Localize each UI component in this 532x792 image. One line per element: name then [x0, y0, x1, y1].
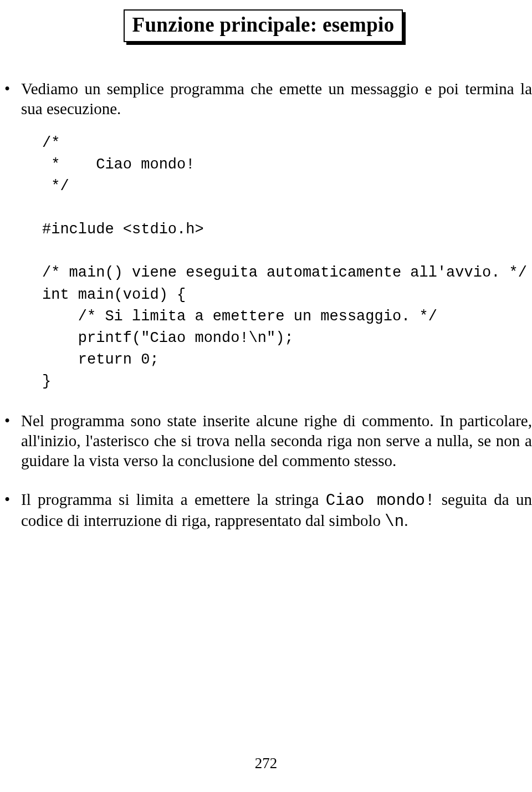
page-title: Funzione principale: esempio	[124, 9, 403, 42]
list-item: Nel programma sono state inserite alcune…	[0, 411, 532, 471]
bullet-list: Vediamo un semplice programma che emette…	[0, 79, 532, 532]
bullet-3-code-1: Ciao mondo!	[326, 492, 435, 510]
bullet-2-text: Nel programma sono state inserite alcune…	[21, 411, 532, 471]
bullet-3-post: .	[404, 512, 408, 529]
bullet-1-text: Vediamo un semplice programma che emette…	[21, 79, 532, 119]
list-item: Vediamo un semplice programma che emette…	[0, 79, 532, 393]
title-shadow: Funzione principale: esempio	[126, 12, 406, 45]
bullet-3-code-2: \n	[385, 513, 404, 531]
code-block: /* * Ciao mondo! */ #include <stdio.h> /…	[42, 132, 532, 393]
bullet-3-pre: Il programma si limita a emettere la str…	[21, 490, 326, 508]
list-item: Il programma si limita a emettere la str…	[0, 490, 532, 532]
title-wrap: Funzione principale: esempio	[0, 12, 532, 45]
bullet-3-text: Il programma si limita a emettere la str…	[21, 490, 532, 532]
page-container: Funzione principale: esempio Vediamo un …	[0, 0, 532, 792]
page-number: 272	[0, 755, 532, 772]
